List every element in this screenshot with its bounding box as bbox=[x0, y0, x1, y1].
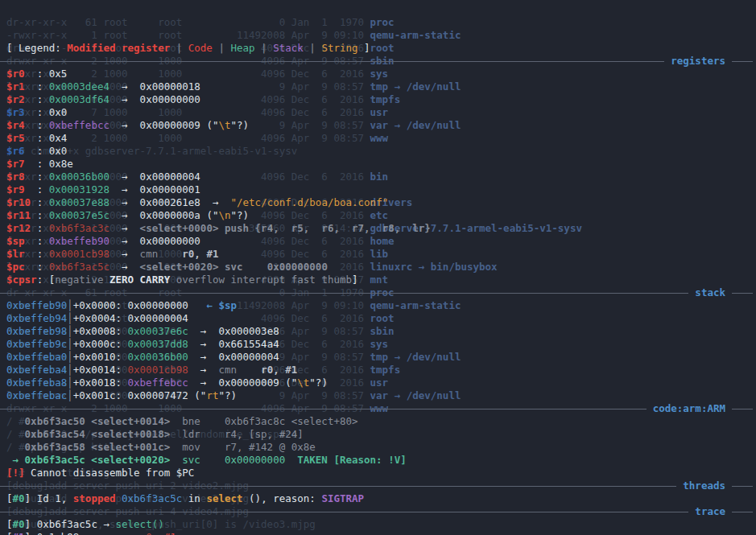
text-segment: ] bbox=[25, 492, 37, 504]
text-segment: ] bbox=[25, 518, 37, 530]
text-segment: : bbox=[37, 171, 49, 183]
code-row-current: → 0xb6f3ac5c <select+0020> svc 0x0000000… bbox=[6, 454, 756, 467]
text-segment: ] bbox=[352, 274, 358, 286]
header-line bbox=[0, 409, 647, 409]
text-segment: bne 0xb6f3ac8c <select+80> bbox=[182, 415, 357, 427]
text-segment bbox=[6, 441, 25, 453]
text-segment: : bbox=[37, 235, 49, 247]
text-segment: #0 bbox=[13, 492, 25, 504]
header-line bbox=[0, 512, 688, 512]
text-segment: Stack bbox=[273, 42, 304, 54]
text-segment: +0x001c: bbox=[73, 389, 128, 401]
text-segment: : bbox=[37, 80, 49, 93]
text-segment: $r4 bbox=[6, 119, 37, 131]
text-segment: Heap bbox=[230, 42, 254, 54]
text-segment: 0x00000004 bbox=[218, 351, 279, 363]
text-segment: ] bbox=[358, 42, 370, 54]
text-segment: → bbox=[109, 196, 140, 208]
text-segment: $lr bbox=[6, 248, 37, 260]
text-segment: 0xb6f3ac5c → bbox=[37, 518, 116, 530]
reg-r11: $r11 : 0x00037e5c → 0x0000000a ("\n"?) bbox=[6, 209, 756, 222]
text-segment: │ bbox=[67, 389, 73, 401]
text-segment: → bbox=[200, 196, 231, 208]
stack-row-1: 0xbeffeb94│+0x0004: 0x00000004 bbox=[6, 312, 756, 325]
reg-r8: $r8 : 0x00036b00 → 0x00000004 bbox=[6, 171, 756, 183]
text-segment: 0x00037dd8 bbox=[128, 338, 188, 350]
text-segment: → bbox=[188, 351, 219, 363]
terminal-output: [ Legend: Modified register | Code | Hea… bbox=[6, 42, 756, 535]
text-segment: $r0 bbox=[6, 68, 37, 80]
text-segment: 0x00007472 (" bbox=[128, 389, 207, 401]
text-segment bbox=[116, 492, 122, 504]
text-segment: +0x0010: bbox=[73, 351, 128, 363]
reg-r7: $r7 : 0x8e bbox=[6, 158, 756, 171]
text-segment: → bbox=[109, 119, 140, 131]
text-segment: 0x00000001 bbox=[140, 183, 200, 195]
text-segment: r0, #1 bbox=[182, 248, 218, 260]
text-segment: 0x0001cb98 bbox=[49, 248, 109, 260]
section-label: stack bbox=[688, 286, 732, 299]
text-segment: $r2 bbox=[6, 93, 37, 105]
text-segment: ZERO CARRY bbox=[109, 274, 170, 286]
ghost-line: dr-xr-xr-x 61 root root 0 Jan 1 1970 pro… bbox=[6, 16, 395, 29]
text-segment: 0x0003df64 bbox=[49, 93, 109, 105]
text-segment: ldr r4, [sp, #24] bbox=[182, 428, 304, 440]
stack-row-3: 0xbeffeb9c│+0x000c: 0x00037dd8 → 0x66155… bbox=[6, 338, 756, 351]
text-segment: 0xb6f3ac3c bbox=[49, 222, 109, 234]
text-segment: : bbox=[37, 248, 49, 260]
text-segment: $sp bbox=[6, 235, 37, 247]
text-segment: cmn r0, bbox=[97, 531, 164, 535]
text-segment: ← $sp bbox=[206, 299, 237, 311]
section-label: threads bbox=[676, 479, 732, 492]
text-segment: → bbox=[109, 222, 140, 234]
reg-r6: $r6 : 0x0 bbox=[6, 145, 756, 158]
text-segment bbox=[188, 299, 207, 311]
text-segment: #1 bbox=[13, 531, 25, 535]
text-segment: | bbox=[255, 42, 274, 54]
text-segment: "?) bbox=[231, 119, 250, 131]
text-segment: <select+0000> push {r4, r5, r6, r7, r8, … bbox=[140, 222, 431, 234]
gef-terminal[interactable]: dr-xr-xr-x 61 root root 0 Jan 1 1970 pro… bbox=[0, 0, 756, 535]
text-segment: [ bbox=[6, 531, 13, 535]
text-segment: │ bbox=[67, 325, 73, 337]
trace-row-0: [#0] 0xb6f3ac5c → select() bbox=[6, 518, 756, 531]
text-segment: "?) bbox=[218, 389, 237, 401]
text-segment: 0x0 bbox=[49, 145, 68, 157]
text-segment: : bbox=[37, 196, 49, 208]
text-segment: │ bbox=[67, 338, 73, 350]
text-segment: "?) bbox=[309, 377, 328, 389]
reg-r1: $r1 : 0x0003dee4 → 0x00000018 bbox=[6, 80, 756, 93]
text-segment: 0xb6f3ac5c bbox=[49, 261, 109, 273]
text-segment: r0, #1 bbox=[261, 364, 297, 376]
text-segment: 0xb6f3ac50 <select+0014> bbox=[25, 415, 171, 427]
text-segment: → bbox=[109, 209, 140, 221]
text-segment: $r5 bbox=[6, 132, 37, 144]
text-segment: [!] bbox=[6, 467, 31, 479]
header-trace: trace bbox=[0, 505, 753, 518]
text-segment: 0x0001cb98 bbox=[128, 364, 188, 376]
section-label: registers bbox=[664, 55, 732, 68]
text-segment: overflow interrupt fast thumb bbox=[170, 274, 352, 286]
stack-row-4: 0xbeffeba0│+0x0010: 0x00036b00 → 0x00000… bbox=[6, 351, 756, 364]
trace-row-1: [#1] 0x1cb98 → cmn r0, #1 bbox=[6, 531, 756, 535]
text-segment: → bbox=[109, 171, 140, 183]
text-segment: : bbox=[37, 106, 49, 118]
text-segment: [ Legend: bbox=[6, 42, 67, 54]
reg-sp: $sp : 0xbeffeb90 → 0x00000000 bbox=[6, 235, 756, 248]
text-segment: cmn bbox=[218, 364, 261, 376]
text-segment: │ bbox=[67, 312, 73, 324]
text-segment: $r10 bbox=[6, 196, 37, 208]
text-segment: → bbox=[109, 93, 140, 105]
reg-pc: $pc : 0xb6f3ac5c → <select+0020> svc 0x0… bbox=[6, 261, 756, 274]
reg-r9: $r9 : 0x00031928 → 0x00000001 bbox=[6, 183, 756, 196]
text-segment: | bbox=[213, 42, 231, 54]
reg-r4: $r4 : 0xbeffebcc → 0x00000009 ("\t"?) bbox=[6, 119, 756, 132]
text-segment: 0x8e bbox=[49, 158, 73, 170]
text-segment: 0x00000000 bbox=[140, 93, 200, 105]
text-segment: 0x1cb98 → bbox=[37, 531, 97, 535]
text-segment: → bbox=[109, 248, 140, 260]
text-segment: 0xb6f3ac58 <select+001c> bbox=[25, 441, 171, 453]
text-segment: (), reason: bbox=[243, 492, 322, 504]
text-segment: 0xbeffeb94 bbox=[6, 312, 67, 324]
text-segment: 0xbeffebcc bbox=[128, 377, 188, 389]
